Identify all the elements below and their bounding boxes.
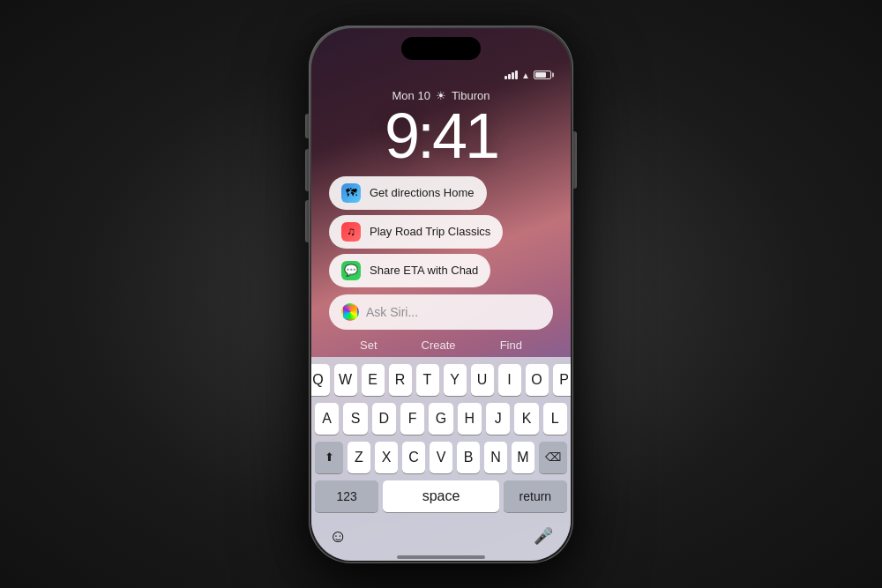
ask-siri-field[interactable]: Ask Siri... (329, 294, 553, 330)
mute-button (305, 114, 309, 138)
phone-frame: ▲ Mon 10 ☀ Tiburon 9:41 🗺 Get directions… (309, 26, 573, 563)
quick-set[interactable]: Set (360, 339, 377, 352)
keyboard-row-1: Q W E R T Y U I O P (315, 364, 567, 396)
space-key[interactable]: space (383, 480, 498, 512)
suggestion-directions[interactable]: 🗺 Get directions Home (329, 176, 487, 210)
time-display: 9:41 (331, 104, 551, 167)
keyboard: Q W E R T Y U I O P A S D F G H J K (311, 357, 571, 523)
key-y[interactable]: Y (444, 364, 467, 396)
quick-suggestions-row: Set Create Find (329, 333, 553, 357)
key-a[interactable]: A (315, 403, 339, 435)
siri-suggestions-area: 🗺 Get directions Home ♫ Play Road Trip C… (311, 176, 571, 357)
microphone-button[interactable]: 🎤 (534, 526, 553, 546)
key-g[interactable]: G (429, 403, 452, 435)
key-x[interactable]: X (375, 442, 398, 473)
battery-icon (534, 71, 551, 79)
lock-screen-info: Mon 10 ☀ Tiburon 9:41 (311, 84, 571, 176)
key-b[interactable]: B (457, 442, 480, 473)
key-k[interactable]: K (514, 403, 538, 435)
key-r[interactable]: R (389, 364, 412, 396)
key-n[interactable]: N (484, 442, 507, 473)
key-e[interactable]: E (362, 364, 385, 396)
suggestion-eta[interactable]: 💬 Share ETA with Chad (329, 254, 490, 287)
power-button (573, 131, 577, 189)
quick-find[interactable]: Find (500, 339, 522, 352)
key-d[interactable]: D (372, 403, 396, 435)
directions-label: Get directions Home (370, 186, 475, 199)
signal-icon (505, 71, 518, 79)
volume-down-button (305, 200, 309, 242)
key-p[interactable]: P (553, 364, 572, 396)
keyboard-row-2: A S D F G H J K L (315, 403, 567, 435)
dynamic-island (401, 37, 481, 60)
key-s[interactable]: S (343, 403, 367, 435)
home-bar (397, 555, 485, 559)
suggestion-music[interactable]: ♫ Play Road Trip Classics (329, 215, 503, 249)
key-v[interactable]: V (430, 442, 452, 473)
keyboard-bottom-bar: ☺ 🎤 (311, 523, 571, 554)
maps-icon: 🗺 (341, 183, 361, 203)
key-z[interactable]: Z (348, 442, 370, 473)
shift-key[interactable]: ⬆ (315, 442, 343, 473)
home-indicator (311, 554, 571, 561)
key-c[interactable]: C (402, 442, 425, 473)
key-t[interactable]: T (416, 364, 439, 396)
phone-screen: ▲ Mon 10 ☀ Tiburon 9:41 🗺 Get directions… (311, 28, 571, 561)
volume-up-button (305, 149, 309, 191)
music-icon: ♫ (341, 222, 361, 242)
key-j[interactable]: J (486, 403, 510, 435)
siri-icon (341, 303, 359, 321)
key-o[interactable]: O (526, 364, 549, 396)
quick-create[interactable]: Create (422, 339, 456, 352)
keyboard-row-4: 123 space return (315, 480, 567, 512)
delete-key[interactable]: ⌫ (539, 442, 567, 473)
key-f[interactable]: F (400, 403, 424, 435)
key-h[interactable]: H (458, 403, 482, 435)
key-i[interactable]: I (498, 364, 521, 396)
status-right-icons: ▲ (505, 71, 551, 80)
key-q[interactable]: Q (311, 364, 330, 396)
key-l[interactable]: L (543, 403, 567, 435)
emoji-button[interactable]: ☺ (329, 526, 347, 547)
key-u[interactable]: U (471, 364, 494, 396)
suggestion-pills-list: 🗺 Get directions Home ♫ Play Road Trip C… (329, 176, 553, 287)
siri-placeholder: Ask Siri... (366, 305, 541, 319)
return-key[interactable]: return (504, 480, 567, 512)
numbers-key[interactable]: 123 (315, 480, 378, 512)
keyboard-row-3: ⬆ Z X C V B N M ⌫ (315, 442, 567, 473)
messages-icon: 💬 (341, 261, 361, 280)
wifi-icon: ▲ (521, 71, 530, 80)
music-label: Play Road Trip Classics (370, 225, 490, 238)
eta-label: Share ETA with Chad (370, 264, 478, 277)
key-m[interactable]: M (512, 442, 534, 473)
key-w[interactable]: W (334, 364, 357, 396)
